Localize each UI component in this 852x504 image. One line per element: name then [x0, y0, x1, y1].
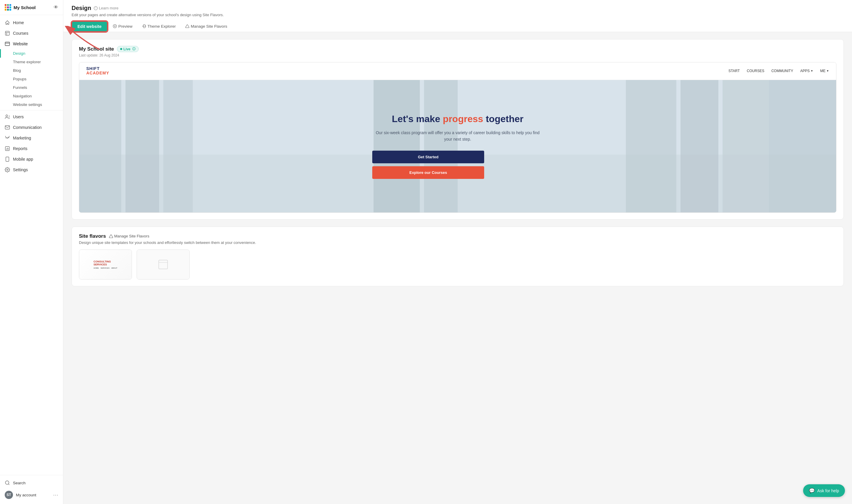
help-icon: 💬 [809, 488, 815, 493]
sidebar-item-communication[interactable]: Communication [0, 122, 63, 133]
main-nav: Home Courses Website Design Theme explor… [0, 15, 63, 177]
preview-navbar: SHIFT ACADEMY START COURSES COMMUNITY AP… [79, 62, 836, 80]
svg-rect-10 [6, 157, 9, 162]
sidebar-item-website-label: Website [13, 41, 28, 46]
get-started-button[interactable]: Get Started [372, 151, 484, 163]
explore-courses-button[interactable]: Explore our Courses [372, 166, 484, 179]
sidebar-item-reports[interactable]: Reports [0, 143, 63, 154]
sidebar-item-marketing[interactable]: Marketing [0, 133, 63, 143]
sidebar-subitem-design[interactable]: Design [0, 49, 63, 58]
site-name: My School site [79, 46, 114, 52]
live-info-icon: ⓘ [132, 47, 136, 51]
sidebar-item-settings-label: Settings [13, 167, 28, 172]
logo-shift: SHIFT [86, 67, 109, 71]
sidebar-bottom: Search ST My account ⋯ [0, 475, 63, 504]
users-icon [5, 114, 10, 120]
sidebar-subitem-funnels[interactable]: Funnels [0, 83, 63, 92]
sidebar-item-marketing-label: Marketing [13, 136, 31, 140]
search-icon [5, 480, 10, 485]
flavor-card-preview-blank [137, 250, 189, 279]
mobile-icon [5, 157, 10, 162]
svg-rect-3 [5, 42, 10, 46]
sidebar-item-users[interactable]: Users [0, 111, 63, 122]
preview-hero: Let's make progress together Our six-wee… [79, 80, 836, 212]
sidebar-item-website[interactable]: Website [0, 38, 63, 49]
preview-icon [113, 24, 117, 28]
site-header-row: My School site Live ⓘ [79, 46, 836, 52]
sidebar-item-courses[interactable]: Courses [0, 28, 63, 38]
three-dots-icon[interactable]: ⋯ [53, 492, 58, 498]
svg-point-5 [6, 115, 8, 116]
ask-for-help-button[interactable]: 💬 Ask for help [803, 484, 845, 497]
nav-courses: COURSES [747, 69, 764, 73]
svg-point-12 [7, 169, 8, 170]
sidebar-subitem-blog[interactable]: Blog [0, 66, 63, 75]
preview-tab[interactable]: Preview [109, 22, 137, 32]
manage-flavors-tab[interactable]: Manage Site Flavors [181, 22, 231, 32]
sidebar-item-reports-label: Reports [13, 146, 28, 151]
preview-box: SHIFT ACADEMY START COURSES COMMUNITY AP… [79, 62, 836, 213]
sidebar-divider-1 [0, 110, 63, 110]
site-flavors-title: Site flavors [79, 233, 106, 239]
school-name: My School [14, 5, 36, 10]
sidebar-item-home-label: Home [13, 20, 24, 25]
nav-start: START [729, 69, 740, 73]
last-update: Last update: 26 Aug 2024 [79, 53, 836, 57]
sidebar-item-mobile-label: Mobile app [13, 157, 33, 162]
nav-apps: APPS ▼ [800, 69, 813, 73]
theme-icon [142, 24, 146, 28]
my-account-label: My account [16, 493, 36, 497]
preview-hero-content: Let's make progress together Our six-wee… [372, 113, 543, 179]
site-flavors-card: Site flavors Manage Site Flavors Design … [72, 227, 844, 286]
info-icon [94, 6, 98, 10]
apps-chevron: ▼ [811, 69, 813, 72]
sidebar-item-my-account[interactable]: ST My account ⋯ [0, 488, 63, 502]
marketing-icon [5, 136, 10, 141]
svg-point-19 [114, 25, 116, 27]
flavor-cards: CONSULTINGSERVICES HOME SERVICES ABOUT [79, 250, 836, 280]
communication-icon [5, 125, 10, 130]
svg-line-14 [8, 484, 9, 485]
app-grid-icon [5, 4, 11, 11]
svg-point-18 [113, 24, 117, 28]
sidebar-subitem-theme-explorer[interactable]: Theme explorer [0, 58, 63, 66]
manage-site-flavors-link[interactable]: Manage Site Flavors [109, 234, 149, 238]
content-area: My School site Live ⓘ Last update: 26 Au… [63, 32, 852, 301]
sidebar-header: My School 👁 [0, 0, 63, 15]
flavor-card-consulting[interactable]: CONSULTINGSERVICES HOME SERVICES ABOUT [79, 250, 132, 280]
sidebar-item-home[interactable]: Home [0, 17, 63, 28]
sidebar-item-settings[interactable]: Settings [0, 164, 63, 175]
flavor-card-blank[interactable] [137, 250, 190, 280]
nav-community: COMMUNITY [771, 69, 793, 73]
sidebar-item-mobile-app[interactable]: Mobile app [0, 154, 63, 164]
page-header: Design Learn more Edit your pages and cr… [63, 0, 852, 32]
logo-academy: ACADEMY [86, 71, 109, 75]
theme-explorer-tab[interactable]: Theme Explorer [138, 22, 180, 32]
live-badge: Live ⓘ [117, 46, 139, 52]
manage-icon [185, 24, 189, 28]
courses-icon [5, 31, 10, 36]
settings-icon [5, 167, 10, 173]
nav-me: ME ▼ [820, 69, 829, 73]
live-label: Live [123, 47, 131, 51]
live-dot [120, 48, 122, 50]
preview-logo: SHIFT ACADEMY [86, 67, 109, 76]
sidebar-item-search[interactable]: Search [0, 478, 63, 488]
sidebar-subitem-popups[interactable]: Popups [0, 75, 63, 83]
eye-icon[interactable]: 👁 [54, 5, 58, 10]
sidebar-item-communication-label: Communication [13, 125, 41, 130]
reports-icon [5, 146, 10, 151]
learn-more-link[interactable]: Learn more [94, 6, 118, 10]
hero-headline: Let's make progress together [372, 113, 543, 124]
flavor-card-preview-consulting: CONSULTINGSERVICES HOME SERVICES ABOUT [79, 250, 132, 279]
toolbar: Edit website Preview Theme Explorer Mana… [72, 21, 844, 32]
sidebar-subitem-website-settings[interactable]: Website settings [0, 100, 63, 109]
edit-website-button[interactable]: Edit website [72, 21, 107, 32]
main-content: Design Learn more Edit your pages and cr… [63, 0, 852, 504]
svg-point-13 [5, 481, 9, 484]
svg-rect-0 [5, 31, 10, 35]
website-subnav: Design Theme explorer Blog Popups Funnel… [0, 49, 63, 109]
site-card: My School site Live ⓘ Last update: 26 Au… [72, 39, 844, 219]
sidebar-subitem-navigation[interactable]: Navigation [0, 92, 63, 100]
consulting-nav: HOME SERVICES ABOUT [94, 267, 118, 269]
